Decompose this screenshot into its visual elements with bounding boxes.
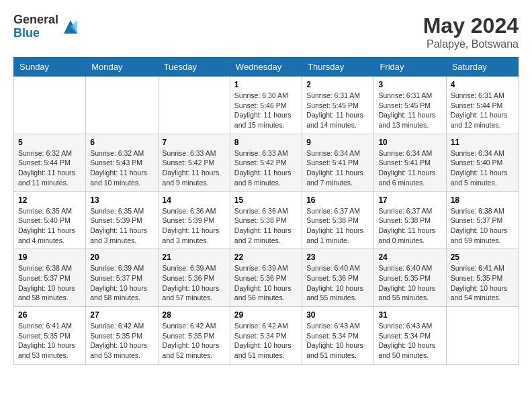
calendar-day-cell: 15Sunrise: 6:36 AM Sunset: 5:38 PM Dayli… bbox=[230, 191, 302, 249]
day-info: Sunrise: 6:41 AM Sunset: 5:35 PM Dayligh… bbox=[18, 321, 81, 361]
calendar-weekday-header: Sunday bbox=[14, 58, 86, 77]
day-number: 5 bbox=[18, 138, 81, 147]
calendar-week-row: 19Sunrise: 6:38 AM Sunset: 5:37 PM Dayli… bbox=[14, 249, 519, 307]
logo-icon bbox=[61, 17, 80, 36]
day-info: Sunrise: 6:36 AM Sunset: 5:39 PM Dayligh… bbox=[163, 206, 226, 246]
calendar-day-cell: 3Sunrise: 6:31 AM Sunset: 5:45 PM Daylig… bbox=[374, 77, 446, 134]
calendar-header-row: SundayMondayTuesdayWednesdayThursdayFrid… bbox=[14, 58, 519, 77]
logo-general-text: General bbox=[13, 13, 58, 27]
calendar-week-row: 5Sunrise: 6:32 AM Sunset: 5:44 PM Daylig… bbox=[14, 134, 519, 191]
day-info: Sunrise: 6:37 AM Sunset: 5:38 PM Dayligh… bbox=[306, 206, 369, 246]
calendar-day-cell: 22Sunrise: 6:39 AM Sunset: 5:36 PM Dayli… bbox=[230, 249, 302, 307]
day-number: 18 bbox=[451, 195, 514, 205]
calendar-day-cell bbox=[14, 77, 86, 134]
day-number: 4 bbox=[451, 80, 514, 89]
calendar-day-cell: 24Sunrise: 6:40 AM Sunset: 5:35 PM Dayli… bbox=[374, 249, 446, 307]
calendar-day-cell: 1Sunrise: 6:30 AM Sunset: 5:46 PM Daylig… bbox=[230, 77, 302, 134]
calendar-day-cell: 20Sunrise: 6:39 AM Sunset: 5:37 PM Dayli… bbox=[86, 249, 158, 307]
day-info: Sunrise: 6:36 AM Sunset: 5:38 PM Dayligh… bbox=[234, 206, 298, 246]
calendar-day-cell: 4Sunrise: 6:31 AM Sunset: 5:44 PM Daylig… bbox=[446, 77, 518, 134]
day-info: Sunrise: 6:32 AM Sunset: 5:44 PM Dayligh… bbox=[18, 148, 81, 188]
day-info: Sunrise: 6:31 AM Sunset: 5:44 PM Dayligh… bbox=[451, 91, 514, 130]
day-info: Sunrise: 6:39 AM Sunset: 5:37 PM Dayligh… bbox=[90, 263, 153, 303]
day-number: 30 bbox=[306, 310, 369, 320]
day-info: Sunrise: 6:31 AM Sunset: 5:45 PM Dayligh… bbox=[306, 91, 369, 130]
calendar-day-cell: 10Sunrise: 6:34 AM Sunset: 5:41 PM Dayli… bbox=[374, 134, 446, 191]
day-info: Sunrise: 6:41 AM Sunset: 5:35 PM Dayligh… bbox=[451, 263, 514, 303]
calendar-day-cell bbox=[158, 77, 230, 134]
day-number: 10 bbox=[378, 138, 441, 147]
day-info: Sunrise: 6:34 AM Sunset: 5:40 PM Dayligh… bbox=[451, 148, 514, 188]
calendar-day-cell: 23Sunrise: 6:40 AM Sunset: 5:36 PM Dayli… bbox=[302, 249, 374, 307]
day-info: Sunrise: 6:39 AM Sunset: 5:36 PM Dayligh… bbox=[163, 263, 226, 303]
month-title: May 2024 bbox=[423, 13, 519, 38]
day-number: 2 bbox=[306, 80, 369, 89]
day-number: 23 bbox=[306, 253, 369, 262]
calendar-weekday-header: Wednesday bbox=[230, 58, 302, 77]
calendar-table: SundayMondayTuesdayWednesdayThursdayFrid… bbox=[13, 57, 519, 365]
day-number: 6 bbox=[90, 138, 153, 147]
calendar-day-cell: 30Sunrise: 6:43 AM Sunset: 5:34 PM Dayli… bbox=[302, 307, 374, 365]
day-number: 7 bbox=[163, 138, 226, 147]
day-info: Sunrise: 6:35 AM Sunset: 5:40 PM Dayligh… bbox=[18, 206, 81, 246]
day-info: Sunrise: 6:38 AM Sunset: 5:37 PM Dayligh… bbox=[451, 206, 514, 246]
calendar-day-cell: 25Sunrise: 6:41 AM Sunset: 5:35 PM Dayli… bbox=[446, 249, 518, 307]
day-info: Sunrise: 6:30 AM Sunset: 5:46 PM Dayligh… bbox=[234, 91, 298, 130]
calendar-day-cell: 27Sunrise: 6:42 AM Sunset: 5:35 PM Dayli… bbox=[86, 307, 158, 365]
calendar-day-cell: 28Sunrise: 6:42 AM Sunset: 5:35 PM Dayli… bbox=[158, 307, 230, 365]
calendar-day-cell: 19Sunrise: 6:38 AM Sunset: 5:37 PM Dayli… bbox=[14, 249, 86, 307]
day-info: Sunrise: 6:38 AM Sunset: 5:37 PM Dayligh… bbox=[18, 263, 81, 303]
day-number: 25 bbox=[451, 253, 514, 262]
calendar-day-cell: 18Sunrise: 6:38 AM Sunset: 5:37 PM Dayli… bbox=[446, 191, 518, 249]
day-info: Sunrise: 6:40 AM Sunset: 5:36 PM Dayligh… bbox=[306, 263, 369, 303]
calendar-weekday-header: Saturday bbox=[446, 58, 518, 77]
day-info: Sunrise: 6:43 AM Sunset: 5:34 PM Dayligh… bbox=[378, 321, 441, 361]
calendar-weekday-header: Friday bbox=[374, 58, 446, 77]
calendar-weekday-header: Monday bbox=[86, 58, 158, 77]
day-number: 16 bbox=[306, 195, 369, 205]
day-number: 19 bbox=[18, 253, 81, 262]
logo: General Blue bbox=[13, 13, 80, 40]
calendar-day-cell bbox=[446, 307, 518, 365]
title-section: May 2024 Palapye, Botswana bbox=[423, 13, 519, 50]
day-number: 11 bbox=[451, 138, 514, 147]
day-number: 24 bbox=[378, 253, 441, 262]
calendar-day-cell: 2Sunrise: 6:31 AM Sunset: 5:45 PM Daylig… bbox=[302, 77, 374, 134]
day-info: Sunrise: 6:42 AM Sunset: 5:34 PM Dayligh… bbox=[234, 321, 298, 361]
day-number: 31 bbox=[378, 310, 441, 320]
day-number: 27 bbox=[90, 310, 153, 320]
day-info: Sunrise: 6:42 AM Sunset: 5:35 PM Dayligh… bbox=[163, 321, 226, 361]
day-number: 9 bbox=[306, 138, 369, 147]
logo-blue-text: Blue bbox=[13, 27, 58, 40]
calendar-day-cell: 12Sunrise: 6:35 AM Sunset: 5:40 PM Dayli… bbox=[14, 191, 86, 249]
calendar-week-row: 26Sunrise: 6:41 AM Sunset: 5:35 PM Dayli… bbox=[14, 307, 519, 365]
day-number: 22 bbox=[234, 253, 298, 262]
day-info: Sunrise: 6:34 AM Sunset: 5:41 PM Dayligh… bbox=[378, 148, 441, 188]
day-number: 3 bbox=[378, 80, 441, 89]
day-info: Sunrise: 6:37 AM Sunset: 5:38 PM Dayligh… bbox=[378, 206, 441, 246]
calendar-day-cell: 6Sunrise: 6:32 AM Sunset: 5:43 PM Daylig… bbox=[86, 134, 158, 191]
day-info: Sunrise: 6:32 AM Sunset: 5:43 PM Dayligh… bbox=[90, 148, 153, 188]
calendar-day-cell: 29Sunrise: 6:42 AM Sunset: 5:34 PM Dayli… bbox=[230, 307, 302, 365]
calendar-day-cell bbox=[86, 77, 158, 134]
calendar-week-row: 1Sunrise: 6:30 AM Sunset: 5:46 PM Daylig… bbox=[14, 77, 519, 134]
calendar-day-cell: 8Sunrise: 6:33 AM Sunset: 5:42 PM Daylig… bbox=[230, 134, 302, 191]
day-number: 14 bbox=[163, 195, 226, 205]
calendar-weekday-header: Thursday bbox=[302, 58, 374, 77]
calendar-day-cell: 17Sunrise: 6:37 AM Sunset: 5:38 PM Dayli… bbox=[374, 191, 446, 249]
day-info: Sunrise: 6:33 AM Sunset: 5:42 PM Dayligh… bbox=[163, 148, 226, 188]
day-number: 12 bbox=[18, 195, 81, 205]
calendar-week-row: 12Sunrise: 6:35 AM Sunset: 5:40 PM Dayli… bbox=[14, 191, 519, 249]
day-info: Sunrise: 6:39 AM Sunset: 5:36 PM Dayligh… bbox=[234, 263, 298, 303]
calendar-day-cell: 21Sunrise: 6:39 AM Sunset: 5:36 PM Dayli… bbox=[158, 249, 230, 307]
day-info: Sunrise: 6:31 AM Sunset: 5:45 PM Dayligh… bbox=[378, 91, 441, 130]
day-info: Sunrise: 6:35 AM Sunset: 5:39 PM Dayligh… bbox=[90, 206, 153, 246]
day-number: 29 bbox=[234, 310, 298, 320]
calendar-day-cell: 26Sunrise: 6:41 AM Sunset: 5:35 PM Dayli… bbox=[14, 307, 86, 365]
calendar-weekday-header: Tuesday bbox=[158, 58, 230, 77]
calendar-day-cell: 13Sunrise: 6:35 AM Sunset: 5:39 PM Dayli… bbox=[86, 191, 158, 249]
day-number: 15 bbox=[234, 195, 298, 205]
day-number: 8 bbox=[234, 138, 298, 147]
day-number: 26 bbox=[18, 310, 81, 320]
calendar-day-cell: 14Sunrise: 6:36 AM Sunset: 5:39 PM Dayli… bbox=[158, 191, 230, 249]
